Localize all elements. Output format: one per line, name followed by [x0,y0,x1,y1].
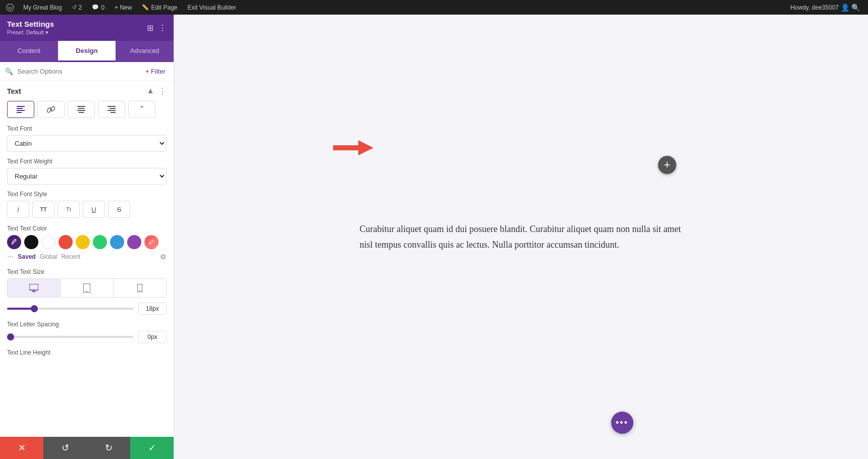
panel-title: Text Settings [7,20,54,28]
letter-spacing-slider[interactable] [7,336,133,338]
settings-panel: Text Settings Preset: Default ▾ ⊞ ⋮ Cont… [0,15,174,459]
color-green[interactable] [93,235,107,249]
wp-logo-icon[interactable]: W [4,2,16,14]
svg-marker-22 [333,140,373,155]
align-left-button[interactable] [7,101,34,118]
svg-rect-3 [17,108,23,109]
panel-header-icons: ⊞ ⋮ [147,23,167,33]
tab-advanced[interactable]: Advanced [116,41,174,62]
font-style-group: I TT Tt U S [7,201,167,218]
svg-rect-6 [77,106,85,107]
color-yellow[interactable] [76,235,90,249]
color-red[interactable] [59,235,73,249]
dots-icon: ••• [616,418,628,428]
undo-button[interactable]: ↺ [43,437,87,459]
color-tab-global[interactable]: Global [40,253,58,260]
capitalize-button[interactable]: Tt [58,201,80,218]
letter-spacing-slider-container: 0px [7,331,167,343]
panel-preset[interactable]: Preset: Default ▾ [7,29,54,36]
admin-bar-right: Howdy, dee35007 👤 🔍 [786,4,864,12]
color-black[interactable] [24,235,38,249]
svg-rect-4 [17,110,25,111]
edit-icon: ✏️ [142,4,149,11]
size-devices [7,278,167,298]
svg-rect-7 [78,108,84,109]
tab-content[interactable]: Content [0,41,58,62]
comments-icon: 💬 [92,4,99,11]
color-row [7,235,167,249]
text-letter-spacing-label: Text Letter Spacing [7,321,167,328]
text-size-slider-container: 18px [7,303,167,315]
panel-content: Text ▲ ⋮ [0,81,174,437]
admin-user-icon: 👤 [841,4,849,12]
text-section-header: Text ▲ ⋮ [7,86,167,96]
canvas-content: Curabitur aliquet quam id dui posuere bl… [319,191,723,282]
svg-rect-9 [79,112,84,113]
eyedropper-button[interactable] [7,235,21,249]
tab-bar: Content Design Advanced [0,41,174,62]
edit-page-button[interactable]: ✏️ Edit Page [138,0,181,15]
svg-rect-13 [111,112,116,113]
cancel-button[interactable]: ✕ [0,437,43,459]
text-font-style-label: Text Font Style [7,191,167,198]
device-tablet[interactable] [61,279,114,297]
admin-search-icon[interactable]: 🔍 [851,4,860,12]
admin-bar-revisions[interactable]: ↺ 2 [68,0,86,15]
strikethrough-button[interactable]: S [108,201,130,218]
bold-button[interactable]: TT [32,201,55,218]
color-tab-saved[interactable]: Saved [18,253,35,260]
site-name: My Great Blog [23,4,62,11]
text-color-label: Text Text Color [7,225,167,232]
device-mobile[interactable] [114,279,166,297]
search-icon: 🔍 [5,68,13,75]
quote-button[interactable]: " [128,101,155,118]
section-more-icon[interactable]: ⋮ [158,86,167,96]
svg-rect-10 [107,106,116,107]
text-section-title: Text [7,87,21,95]
section-collapse-icon[interactable]: ▲ [146,86,154,96]
color-tab-recent[interactable]: Recent [61,253,80,260]
underline-button[interactable]: U [83,201,105,218]
svg-rect-5 [17,112,22,113]
revisions-icon: ↺ [72,4,77,11]
text-line-height-label: Text Line Height [7,349,167,356]
color-pencil[interactable] [144,235,158,249]
color-blue[interactable] [110,235,124,249]
panel-more-icon[interactable]: ⋮ [158,23,167,33]
italic-button[interactable]: I [7,201,29,218]
section-actions: ▲ ⋮ [146,86,167,96]
canvas-text: Curabitur aliquet quam id dui posuere bl… [360,221,683,252]
color-more-icon[interactable]: ··· [7,252,14,261]
alignment-group: " [7,101,167,118]
svg-point-21 [139,291,140,292]
exit-builder-button[interactable]: Exit Visual Builder [183,0,240,15]
save-button[interactable]: ✓ [130,437,174,459]
text-size-slider[interactable] [7,308,133,310]
text-font-weight-select[interactable]: Regular Thin Light Bold ExtraBold [7,168,167,185]
link-button[interactable] [37,101,65,118]
color-white[interactable] [41,235,56,249]
redo-button[interactable]: ↻ [87,437,130,459]
align-right-button[interactable] [98,101,125,118]
text-size-value[interactable]: 18px [138,303,167,315]
admin-bar-site[interactable]: My Great Blog [19,0,66,15]
search-input[interactable] [17,68,138,75]
color-settings-icon[interactable]: ⚙ [160,253,167,261]
text-font-weight-label: Text Font Weight [7,158,167,165]
text-font-select[interactable]: Cabin Default Open Sans Roboto Lato Mont… [7,135,167,152]
device-desktop[interactable] [8,279,61,297]
tab-design[interactable]: Design [58,41,116,62]
red-arrow [333,140,373,155]
bottom-toolbar: ✕ ↺ ↻ ✓ [0,437,174,459]
admin-bar-comments[interactable]: 💬 0 [88,0,108,15]
floating-menu-button[interactable]: ••• [611,412,633,434]
add-module-button[interactable]: + [658,156,676,174]
letter-spacing-value[interactable]: 0px [138,331,167,343]
svg-rect-8 [77,110,85,111]
filter-button[interactable]: + Filter [142,66,169,77]
align-center-button[interactable] [68,101,95,118]
panel-layout-icon[interactable]: ⊞ [147,23,153,33]
new-button[interactable]: + New [111,0,136,15]
color-purple[interactable] [127,235,141,249]
search-bar: 🔍 + Filter [0,62,174,81]
